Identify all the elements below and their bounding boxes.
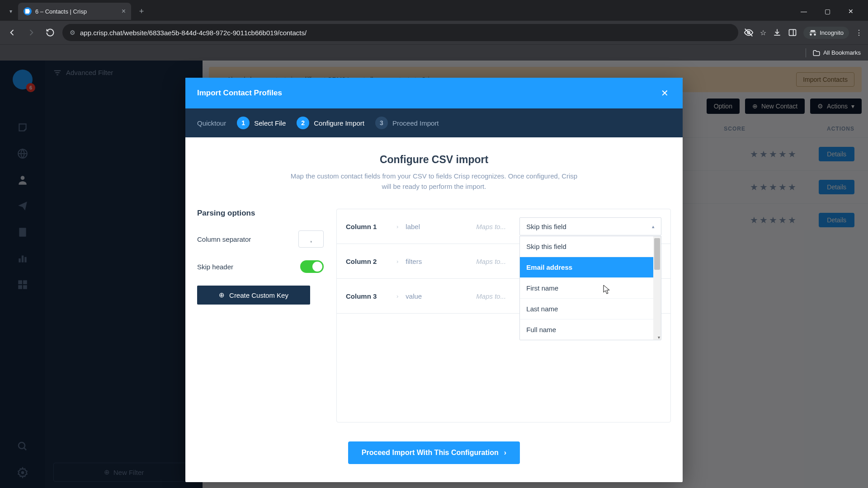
chevron-right-icon: › [396,223,398,230]
modal-footer: Proceed Import With This Configuration › [185,441,683,482]
modal-steps: Quicktour 1 Select File 2 Configure Impo… [185,108,683,137]
incognito-indicator[interactable]: Incognito [803,27,849,39]
step-select-file[interactable]: 1 Select File [237,117,286,129]
scrollbar-thumb[interactable] [654,238,660,270]
tab-close-icon[interactable]: × [122,7,126,15]
column-source-value: value [406,292,469,300]
window-controls: — ▢ ✕ [794,4,864,19]
mapping-row: Column 1 › label Maps to... Skip this fi… [337,209,670,244]
modal-close-button[interactable]: ✕ [658,87,671,99]
quicktour-link[interactable]: Quicktour [197,119,226,127]
skip-header-label: Skip header [197,263,233,271]
tab-bar: ▾ 6 – Contacts | Crisp × + — ▢ ✕ [0,0,868,21]
chevron-right-icon: › [396,293,398,300]
nav-bar: ⚙ app.crisp.chat/website/6833ae5b-844d-4… [0,21,868,44]
step-label: Configure Import [314,119,364,127]
skip-header-toggle[interactable] [300,260,324,273]
parsing-options: Parsing options Column separator Skip he… [197,209,324,422]
folder-icon [812,49,821,56]
create-custom-key-button[interactable]: ⊕ Create Custom Key [197,286,310,305]
tab-title: 6 – Contacts | Crisp [35,8,87,15]
step-number: 1 [237,117,250,129]
step-configure-import[interactable]: 2 Configure Import [297,117,364,129]
new-tab-button[interactable]: + [135,5,148,18]
column-source-value: label [406,223,469,230]
maximize-button[interactable]: ▢ [817,4,837,19]
browser-tab[interactable]: 6 – Contacts | Crisp × [18,3,131,20]
scroll-down-icon[interactable]: ▾ [658,335,660,340]
forward-button[interactable] [24,26,38,39]
downloads-icon[interactable] [773,28,782,37]
step-proceed-import[interactable]: 3 Proceed Import [375,117,439,129]
step-number: 2 [297,117,309,129]
proceed-import-button[interactable]: Proceed Import With This Configuration › [348,441,520,464]
maps-to-label: Maps to... [476,258,512,265]
bookmark-star-icon[interactable]: ☆ [760,28,766,37]
column-name: Column 2 [346,258,389,265]
maps-to-label: Maps to... [476,292,512,300]
field-select[interactable]: Skip this field ▴ Skip this field Email … [519,217,661,235]
caret-up-icon: ▴ [652,224,655,230]
body-title: Configure CSV import [197,154,671,166]
column-name: Column 1 [346,223,389,230]
dropdown-option-firstname[interactable]: First name [520,278,653,299]
url-text: app.crisp.chat/website/6833ae5b-844d-4c9… [80,29,307,37]
plus-circle-icon: ⊕ [219,291,225,299]
import-modal: Import Contact Profiles ✕ Quicktour 1 Se… [185,78,683,482]
selected-value: Skip this field [526,223,566,230]
all-bookmarks-label: All Bookmarks [823,49,861,56]
modal-body: Configure CSV import Map the custom cont… [185,137,683,441]
dropdown-option-skip[interactable]: Skip this field [520,236,653,257]
all-bookmarks-button[interactable]: All Bookmarks [812,49,861,56]
svg-rect-2 [789,29,796,35]
browser-chrome: ▾ 6 – Contacts | Crisp × + — ▢ ✕ ⚙ app.c… [0,0,868,61]
crisp-favicon [24,7,32,15]
field-dropdown: Skip this field Email address First name… [519,236,661,340]
bookmarks-bar: All Bookmarks [0,44,868,61]
sidepanel-icon[interactable] [788,28,797,37]
menu-icon[interactable]: ⋮ [855,28,863,37]
modal-header: Import Contact Profiles ✕ [185,78,683,108]
chevron-right-icon: › [396,258,398,265]
minimize-button[interactable]: — [794,4,814,19]
close-window-button[interactable]: ✕ [841,4,861,19]
reload-button[interactable] [43,26,57,39]
dropdown-option-lastname[interactable]: Last name [520,299,653,319]
column-name: Column 3 [346,292,389,300]
incognito-icon [809,29,817,36]
step-label: Select File [254,119,286,127]
proceed-label: Proceed Import With This Configuration [362,449,499,457]
body-subtitle: Map the custom contact fields from your … [289,171,579,192]
separator-label: Column separator [197,235,251,243]
step-number: 3 [375,117,388,129]
parsing-title: Parsing options [197,209,324,218]
chevron-right-icon: › [504,449,506,457]
column-mapping: Column 1 › label Maps to... Skip this fi… [336,209,671,422]
url-bar[interactable]: ⚙ app.crisp.chat/website/6833ae5b-844d-4… [62,24,738,41]
modal-title: Import Contact Profiles [197,89,282,98]
dropdown-option-fullname[interactable]: Full name [520,319,653,340]
eye-off-icon[interactable] [744,28,754,38]
step-label: Proceed Import [392,119,439,127]
incognito-label: Incognito [820,29,844,36]
maps-to-label: Maps to... [476,223,512,230]
dropdown-scrollbar[interactable]: ▴ ▾ [653,236,661,340]
dropdown-option-email[interactable]: Email address [520,257,653,278]
column-source-value: filters [406,258,469,265]
site-settings-icon[interactable]: ⚙ [70,29,75,36]
back-button[interactable] [5,26,19,39]
create-key-label: Create Custom Key [229,291,288,299]
divider [806,48,806,57]
nav-right: ☆ Incognito ⋮ [744,27,863,39]
tab-list-dropdown[interactable]: ▾ [4,4,18,19]
separator-input[interactable] [298,230,324,248]
